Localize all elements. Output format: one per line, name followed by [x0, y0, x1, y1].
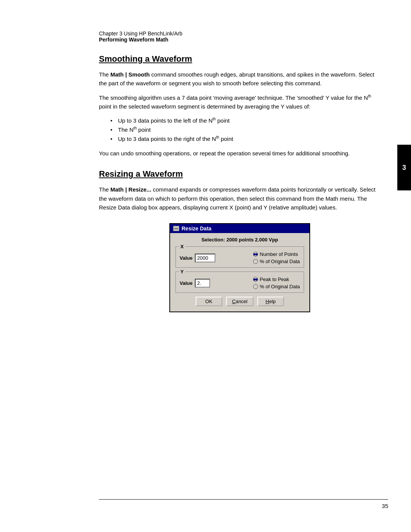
x-radio-group: Number of Points % of Original Data: [253, 251, 300, 264]
y-group: Y Value Peak to Peak: [175, 272, 304, 293]
x-radio1-circle: [253, 252, 258, 257]
sup-th-1: th: [368, 94, 371, 98]
bottom-area: 35: [99, 499, 388, 509]
x-radio-percent-original[interactable]: % of Original Data: [253, 259, 300, 264]
dialog-body: Selection: 2000 points 2.000 Vpp X Value: [170, 233, 309, 312]
help-button[interactable]: Help: [257, 297, 284, 306]
ok-button[interactable]: OK: [196, 297, 222, 306]
resizing-heading: Resizing a Waveform: [99, 169, 381, 179]
dialog-system-icon: —: [173, 226, 179, 231]
chapter-number: 3: [402, 164, 406, 172]
x-radio1-label: Number of Points: [260, 251, 298, 257]
breadcrumb-section: Performing Waveform Math: [99, 37, 381, 43]
cancel-underline: C: [232, 299, 236, 304]
cancel-button[interactable]: Cancel: [226, 297, 253, 306]
y-group-content: Value Peak to Peak % of Orig: [180, 276, 300, 289]
x-group-content: Value Number of Points % of: [180, 251, 300, 264]
y-radio1-circle: [253, 277, 258, 282]
y-group-label: Y: [179, 269, 185, 275]
x-value-input[interactable]: [195, 254, 215, 262]
y-radio1-label: Peak to Peak: [260, 276, 289, 282]
y-radio2-label: % of Original Data: [260, 284, 300, 289]
dialog-title: Resize Data: [182, 225, 212, 232]
bullet-list: Up to 3 data points to the left of the N…: [110, 116, 381, 144]
list-item: Up to 3 data points to the right of the …: [110, 134, 381, 144]
main-content: Chapter 3 Using HP BenchLink/Arb Perform…: [99, 0, 381, 312]
y-radio-peak-to-peak[interactable]: Peak to Peak: [253, 276, 300, 282]
x-radio-number-of-points[interactable]: Number of Points: [253, 251, 300, 257]
chapter-tab: 3: [397, 145, 411, 190]
dialog-button-row: OK Cancel Help: [175, 297, 304, 308]
x-value-row: Value: [180, 254, 215, 262]
dialog-wrapper: — Resize Data Selection: 2000 points 2.0…: [99, 223, 381, 312]
smoothing-para2: The smoothing algorithm uses a 7 data po…: [99, 93, 381, 111]
dialog-selection-text: Selection: 2000 points 2.000 Vpp: [175, 237, 304, 243]
sup-th-2: th: [213, 117, 216, 121]
page: 3 Chapter 3 Using HP BenchLink/Arb Perfo…: [0, 0, 411, 532]
list-item: The Nth point: [110, 125, 381, 134]
y-value-input[interactable]: [195, 279, 210, 288]
breadcrumb: Chapter 3 Using HP BenchLink/Arb Perform…: [99, 30, 381, 43]
sup-th-4: th: [216, 135, 219, 139]
x-group: X Value Number of Points: [175, 246, 304, 268]
sup-th-3: th: [134, 126, 137, 130]
resizing-para1: The Math | Resize... command expands or …: [99, 185, 381, 212]
smoothing-para3: You can undo smoothing operations, or re…: [99, 149, 381, 158]
list-item: Up to 3 data points to the left of the N…: [110, 116, 381, 125]
page-number: 35: [99, 503, 388, 509]
smoothing-para1: The Math | Smooth command smoothes rough…: [99, 70, 381, 88]
dialog-title-bar: — Resize Data: [170, 224, 309, 233]
y-radio2-circle: [253, 284, 258, 289]
y-radio-percent-original[interactable]: % of Original Data: [253, 284, 300, 289]
page-rule: [99, 499, 388, 500]
x-radio2-circle: [253, 259, 258, 264]
x-value-label: Value: [180, 255, 193, 261]
y-value-row: Value: [180, 279, 210, 288]
x-group-label: X: [179, 244, 185, 249]
smoothing-heading: Smoothing a Waveform: [99, 54, 381, 64]
x-radio2-label: % of Original Data: [260, 259, 300, 264]
breadcrumb-chapter: Chapter 3 Using HP BenchLink/Arb: [99, 30, 381, 37]
resize-data-dialog: — Resize Data Selection: 2000 points 2.0…: [169, 223, 310, 312]
y-radio-group: Peak to Peak % of Original Data: [253, 276, 300, 289]
help-underline: H: [266, 299, 269, 304]
y-value-label: Value: [180, 280, 193, 286]
